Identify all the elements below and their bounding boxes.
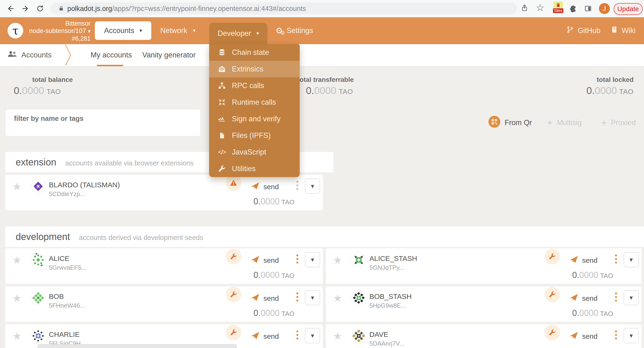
back-icon[interactable] xyxy=(6,4,15,14)
expand-button[interactable]: ▾ xyxy=(305,252,320,267)
menu-item-javascript[interactable]: </> JavaScript xyxy=(209,144,300,160)
identicon[interactable] xyxy=(352,328,366,344)
side-panel-icon[interactable] xyxy=(584,5,592,13)
account-name[interactable]: DAVE xyxy=(370,330,388,338)
favorite-star-icon[interactable]: ★ xyxy=(333,255,342,265)
menu-item-sign-and-verify[interactable]: Sign and verify xyxy=(209,111,300,127)
expand-button[interactable]: ▾ xyxy=(305,328,320,343)
bittensor-logo[interactable]: τ xyxy=(8,23,23,39)
nav-settings[interactable]: ⚙⚙ Settings xyxy=(276,17,313,44)
menu-item-extrinsics[interactable]: Extrinsics xyxy=(209,61,300,77)
wrench-icon[interactable] xyxy=(544,287,560,302)
expand-button[interactable]: ▾ xyxy=(305,290,320,305)
more-menu-icon[interactable] xyxy=(296,254,298,263)
add-multisig-button[interactable]: + Multisig xyxy=(547,117,582,129)
more-menu-icon[interactable] xyxy=(296,330,298,339)
account-balance: 0.0000TAO xyxy=(254,308,294,318)
nav-network-menu[interactable]: Network▾ xyxy=(160,17,196,44)
nav-developer-menu[interactable]: Developer▾ xyxy=(209,23,268,44)
gear-icon: ⚙⚙ xyxy=(276,27,283,35)
chain-name: Bittensor xyxy=(28,20,90,27)
expand-button[interactable]: ▾ xyxy=(624,290,639,305)
wiki-link[interactable]: Wiki xyxy=(611,17,636,44)
send-button[interactable]: send xyxy=(569,293,598,303)
account-name[interactable]: BOB_STASH xyxy=(370,292,412,300)
add-proxied-button[interactable]: + Proxied xyxy=(601,117,636,129)
favorite-star-icon[interactable]: ★ xyxy=(12,331,22,341)
menu-item-runtime-calls[interactable]: Runtime calls xyxy=(209,94,300,111)
account-name[interactable]: CHARLIE xyxy=(49,330,80,338)
favorite-star-icon[interactable]: ★ xyxy=(333,293,342,303)
total-transferrable-summary: total transferrable 0.0000TAO xyxy=(297,76,354,96)
block-number: #6,281 xyxy=(28,35,90,42)
account-name[interactable]: BOB xyxy=(49,292,64,300)
total-balance-summary: total balance 0.0000TAO xyxy=(14,76,73,96)
tab-vanity-generator[interactable]: Vanity generator xyxy=(142,44,196,66)
bookmark-star-icon[interactable]: ☆ xyxy=(536,3,544,12)
expand-button[interactable]: ▾ xyxy=(305,179,320,194)
from-qr-button[interactable]: From Qr xyxy=(488,117,532,129)
extensions-puzzle-icon[interactable] xyxy=(570,5,577,13)
wrench-icon[interactable] xyxy=(226,287,242,302)
filter-input[interactable]: filter by name or tags xyxy=(5,109,200,136)
more-menu-icon[interactable] xyxy=(296,181,298,190)
menu-item-files-ipfs[interactable]: Files (IPFS) xyxy=(209,127,300,144)
wrench-icon[interactable] xyxy=(226,249,242,264)
refresh-icon[interactable] xyxy=(36,5,44,14)
more-menu-icon[interactable] xyxy=(615,292,617,301)
more-menu-icon[interactable] xyxy=(615,254,617,263)
identicon[interactable] xyxy=(352,253,366,268)
expand-button[interactable]: ▾ xyxy=(624,328,639,343)
send-button[interactable]: send xyxy=(251,331,279,341)
plus-icon: + xyxy=(547,118,552,127)
chevron-down-icon: ▾ xyxy=(88,28,90,34)
update-button[interactable]: Update xyxy=(614,3,642,15)
chain-selector[interactable]: Bittensor node-subtensor/107▾ #6,281 xyxy=(28,20,90,42)
account-name[interactable]: BLARDO (TALISMAN) xyxy=(49,181,120,189)
forward-icon[interactable] xyxy=(21,4,30,14)
sites-extension-icon[interactable]: Sites xyxy=(552,2,565,13)
warning-icon[interactable] xyxy=(226,175,242,191)
send-button[interactable]: send xyxy=(251,255,279,265)
account-address[interactable]: 5GrwvaEF5... xyxy=(49,264,86,271)
favorite-star-icon[interactable]: ★ xyxy=(12,293,22,303)
identicon[interactable] xyxy=(352,291,366,306)
wrench-icon[interactable] xyxy=(226,325,242,340)
favorite-star-icon[interactable]: ★ xyxy=(12,255,22,265)
send-button[interactable]: send xyxy=(569,331,598,341)
identicon[interactable] xyxy=(31,291,46,306)
more-menu-icon[interactable] xyxy=(296,292,298,301)
identicon[interactable] xyxy=(31,328,46,344)
github-link[interactable]: GitHub xyxy=(566,17,600,44)
nav-accounts-button[interactable]: Accounts▾ xyxy=(95,21,151,40)
menu-item-utilities[interactable]: Utilities xyxy=(209,160,300,177)
favorite-star-icon[interactable]: ★ xyxy=(333,331,342,341)
identicon[interactable] xyxy=(31,179,46,195)
account-name[interactable]: ALICE_STASH xyxy=(370,254,417,263)
account-address[interactable]: 5FHneW46... xyxy=(49,302,85,309)
account-address[interactable]: 5HpG9w8E... xyxy=(370,302,406,309)
account-balance: 0.0000TAO xyxy=(254,197,294,207)
account-address[interactable]: 5CDdieYzp... xyxy=(49,190,85,198)
send-button[interactable]: send xyxy=(569,255,598,265)
menu-item-rpc-calls[interactable]: RPC calls xyxy=(209,77,300,94)
menu-item-chain-state[interactable]: Chain state xyxy=(209,44,300,61)
more-menu-icon[interactable] xyxy=(615,330,617,339)
account-address[interactable]: 5DAAnrj7V... xyxy=(370,340,404,347)
wrench-icon[interactable] xyxy=(544,325,560,340)
send-button[interactable]: send xyxy=(251,182,279,192)
address-bar[interactable]: polkadot.js.org/apps/?rpc=wss://entrypoi… xyxy=(51,3,517,15)
expand-button[interactable]: ▾ xyxy=(624,252,639,267)
profile-avatar[interactable]: J xyxy=(599,3,610,14)
account-name[interactable]: ALICE xyxy=(49,254,70,263)
summary-label: total transferrable xyxy=(297,76,354,84)
wrench-icon[interactable] xyxy=(544,249,560,264)
share-icon[interactable] xyxy=(521,4,528,13)
tab-my-accounts[interactable]: My accounts xyxy=(90,44,132,66)
file-icon xyxy=(217,132,227,139)
favorite-star-icon[interactable]: ★ xyxy=(12,181,22,192)
send-button[interactable]: send xyxy=(251,293,279,303)
browser-status-bubble xyxy=(38,344,237,348)
account-address[interactable]: 5GNJqTPy... xyxy=(370,264,404,271)
identicon[interactable] xyxy=(31,253,46,268)
